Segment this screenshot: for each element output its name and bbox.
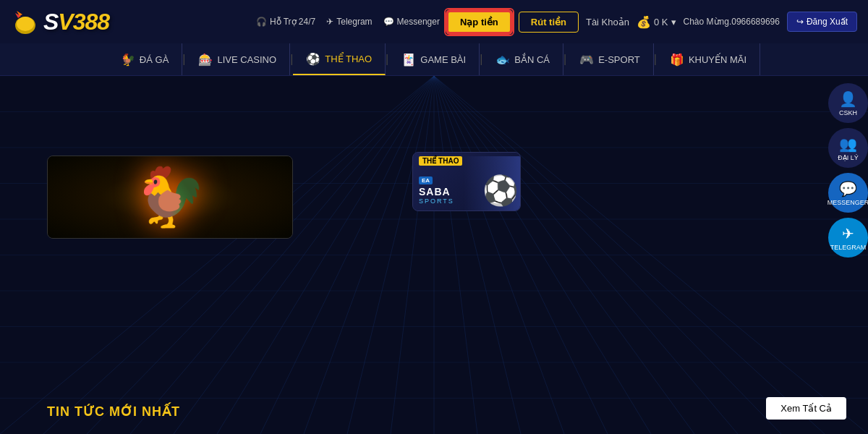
news-section: TIN TỨC MỚI NHẤT [47, 404, 180, 420]
nav-item-khuyen-mai[interactable]: 🎁 KHUYẾN MÃI [657, 43, 760, 75]
balance-value: 0 K [654, 17, 668, 27]
cskh-button[interactable]: 👤 CSKH [828, 83, 868, 123]
nap-tien-wrapper: Nạp tiền [447, 11, 511, 33]
dai-ly-icon: 👥 [839, 135, 857, 153]
ea-badge: EA [419, 176, 433, 184]
messenger-button[interactable]: 💬 MESSENGER [828, 173, 868, 213]
nap-tien-button[interactable]: Nạp tiền [447, 11, 511, 33]
dropdown-label: THỂ THAO [419, 156, 462, 166]
nav-item-game-bai[interactable]: 🃏 GAME BÀI [388, 43, 480, 75]
players-emoji: ⚽ [464, 156, 521, 210]
nav-item-the-thao[interactable]: ⚽ THỂ THAO [293, 43, 386, 75]
support-telegram[interactable]: ✈ Telegram [326, 17, 372, 27]
nav-item-live-casino[interactable]: 🎰 LIVE CASINO [185, 43, 290, 75]
telegram-button[interactable]: ✈ TELEGRAM [828, 218, 868, 258]
telegram-icon: ✈ [842, 225, 854, 242]
main-content: 🐓 THỂ THAO EA SABA SPORTS ⚽ [0, 76, 868, 434]
dropdown-logo: EA SABA SPORTS [419, 176, 454, 205]
logo-area: SV388 [11, 7, 109, 36]
greeting-text: Chào Mừng.0966689696 [684, 17, 780, 27]
balance-icon: 💰 [637, 15, 651, 29]
perspective-grid [0, 76, 868, 434]
game-bai-icon: 🃏 [401, 53, 416, 67]
svg-point-1 [17, 17, 34, 31]
nav-bar: 🐓 ĐÁ GÀ | 🎰 LIVE CASINO | ⚽ THỂ THAO | 🃏… [0, 43, 868, 76]
casino-icon: 🎰 [198, 53, 213, 67]
balance-box: 💰 0 K ▾ [637, 15, 676, 29]
nav-item-da-ga[interactable]: 🐓 ĐÁ GÀ [108, 43, 182, 75]
balance-dropdown-icon: ▾ [671, 17, 676, 27]
rut-tien-button[interactable]: Rút tiền [519, 12, 579, 33]
logo-text: SV388 [43, 9, 109, 35]
rooster-silhouette: 🐓 [134, 163, 206, 231]
support-messenger[interactable]: 💬 Messenger [383, 17, 440, 27]
header: SV388 🎧 Hỗ Trợ 24/7 ✈ Telegram 💬 Messeng… [0, 0, 868, 43]
messenger-icon: 💬 [839, 180, 857, 197]
saba-text: SABA [419, 186, 451, 197]
tai-khoan-button[interactable]: Tài Khoản [586, 17, 629, 27]
logo-icon [11, 7, 40, 36]
rooster-card[interactable]: 🐓 [47, 156, 293, 239]
e-sport-icon: 🎮 [579, 53, 594, 67]
header-support: 🎧 Hỗ Trợ 24/7 ✈ Telegram 💬 Messenger [256, 17, 440, 27]
logout-icon: ↪ [796, 17, 804, 27]
da-ga-icon: 🐓 [121, 53, 135, 67]
dropdown-card-inner: THỂ THAO EA SABA SPORTS ⚽ [413, 153, 521, 210]
cskh-icon: 👤 [839, 90, 857, 108]
rooster-image: 🐓 [48, 156, 292, 238]
xem-tat-ca-button[interactable]: Xem Tất Cả [766, 397, 846, 420]
the-thao-dropdown[interactable]: THỂ THAO EA SABA SPORTS ⚽ [412, 152, 521, 211]
the-thao-icon: ⚽ [306, 52, 320, 66]
news-title: TIN TỨC MỚI NHẤT [47, 404, 180, 420]
arrow-svg [430, 83, 488, 119]
header-right: 🎧 Hỗ Trợ 24/7 ✈ Telegram 💬 Messenger Nạp… [256, 11, 857, 33]
sports-text: SPORTS [419, 197, 454, 205]
nav-item-ban-ca[interactable]: 🐟 BẮN CÁ [482, 43, 563, 75]
dang-xuat-button[interactable]: ↪ Đăng Xuất [787, 12, 857, 32]
dropdown-area: THỂ THAO EA SABA SPORTS ⚽ [412, 152, 521, 211]
arrow-container [430, 83, 488, 122]
side-buttons: 👤 CSKH 👥 ĐẠI LÝ 💬 MESSENGER ✈ TELEGRAM [828, 76, 868, 261]
dropdown-players-bg: ⚽ [464, 156, 521, 210]
support-hotline: 🎧 Hỗ Trợ 24/7 [256, 17, 315, 27]
dai-ly-button[interactable]: 👥 ĐẠI LÝ [828, 128, 868, 168]
nav-item-e-sport[interactable]: 🎮 E-SPORT [566, 43, 654, 75]
khuyen-mai-icon: 🎁 [670, 53, 684, 67]
ban-ca-icon: 🐟 [495, 53, 510, 67]
